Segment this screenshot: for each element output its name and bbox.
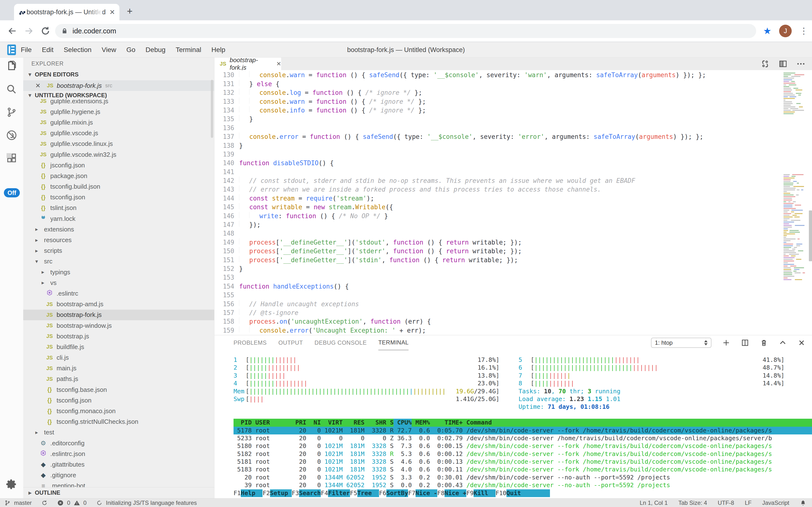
menu-item-file[interactable]: File xyxy=(21,46,32,54)
terminal-content[interactable]: 1[|||||||||||||17.8%]5[|||||||||||||||||… xyxy=(234,356,812,498)
tree-item-bootstrap-window.js[interactable]: JSbootstrap-window.js xyxy=(23,320,214,331)
tree-item-gulpfile.vscode.js[interactable]: JSgulpfile.vscode.js xyxy=(23,128,214,138)
tree-item-paths.js[interactable]: JSpaths.js xyxy=(23,374,214,384)
tree-item-.gitignore[interactable]: ◆.gitignore xyxy=(23,470,214,481)
tree-item-tsconfig.strictNullChecks.json[interactable]: {}tsconfig.strictNullChecks.json xyxy=(23,416,214,427)
tree-item-gulpfile.vscode.linux.js[interactable]: JSgulpfile.vscode.linux.js xyxy=(23,138,214,149)
code-line-158[interactable]: 158process.on('uncaughtException', funct… xyxy=(214,317,778,326)
code-line-144[interactable]: 144const stream = require('stream'); xyxy=(214,194,778,203)
code-line-135[interactable]: 135} xyxy=(214,115,778,123)
encoding[interactable]: UTF-8 xyxy=(718,500,734,506)
tree-item-tsconfig.base.json[interactable]: {}tsconfig.base.json xyxy=(23,384,214,395)
search-icon[interactable] xyxy=(6,83,17,95)
maximize-panel-icon[interactable] xyxy=(778,339,787,347)
open-editors-header[interactable]: ▾ OPEN EDITORS xyxy=(23,70,214,79)
extensions-icon[interactable] xyxy=(6,152,17,164)
code-line-136[interactable]: 136 xyxy=(214,124,778,132)
tree-item-package.json[interactable]: {}package.json xyxy=(23,171,214,181)
process-row-5183[interactable]: 5183root2001021M181M3328S4.00.60:00.11/d… xyxy=(234,466,812,473)
explorer-icon[interactable] xyxy=(6,60,17,72)
code-line-133[interactable]: 133console.warn = function () { /* ignor… xyxy=(214,97,778,106)
panel-tab-problems[interactable]: PROBLEMS xyxy=(234,335,267,350)
menu-item-selection[interactable]: Selection xyxy=(64,46,91,54)
avatar[interactable]: J xyxy=(779,25,792,37)
tree-item-test[interactable]: ▸test xyxy=(23,427,214,438)
menu-item-view[interactable]: View xyxy=(102,46,116,54)
tree-item-.editorconfig[interactable]: ⚙.editorconfig xyxy=(23,438,214,448)
new-terminal-icon[interactable] xyxy=(722,339,730,347)
tree-item-bootstrap-amd.js[interactable]: JSbootstrap-amd.js xyxy=(23,299,214,309)
branch-name[interactable]: master xyxy=(14,500,32,506)
eol[interactable]: LF xyxy=(745,500,752,506)
process-row-39[interactable]: 39root2001344M620521952S0.00.20:00.43/de… xyxy=(234,482,812,489)
code-editor[interactable]: 129console.log = function () { safeSend(… xyxy=(214,70,812,335)
tab-size[interactable]: Tab Size: 4 xyxy=(678,500,707,506)
terminal-select[interactable]: 1: htop xyxy=(651,338,711,348)
process-row-20[interactable]: 20root2001344M620521952S3.30.20:30.01/de… xyxy=(234,473,812,482)
split-terminal-icon[interactable] xyxy=(741,339,749,347)
outline-header[interactable]: ▸ OUTLINE xyxy=(23,487,214,498)
code-line-142[interactable]: 142// const stdout, stderr and stdin be … xyxy=(214,176,778,185)
tree-item-.eslintrc[interactable]: .eslintrc xyxy=(23,288,214,299)
code-line-154[interactable]: 154function handleExceptions() { xyxy=(214,282,778,291)
source-control-icon[interactable] xyxy=(6,106,17,118)
process-row-5180[interactable]: 5180root2001021M181M3328S7.30.60:00.15/d… xyxy=(234,442,812,450)
code-line-155[interactable]: 155 xyxy=(214,291,778,299)
tab-close-icon[interactable]: ✕ xyxy=(110,8,115,16)
code-line-137[interactable]: 137console.error = function () { safeSen… xyxy=(214,132,778,141)
code-line-139[interactable]: 139 xyxy=(214,150,778,159)
browser-menu-icon[interactable]: ⋮ xyxy=(799,26,808,36)
code-line-157[interactable]: 157// @ts-ignore xyxy=(214,308,778,317)
close-panel-icon[interactable] xyxy=(798,339,806,347)
language-mode[interactable]: JavaScript xyxy=(762,500,789,506)
process-table-header[interactable]: PIDUSERPRINIVIRTRESSHRSCPU%MEM%TIME+Comm… xyxy=(234,419,812,427)
tree-item-gulpfile.vscode.win32.js[interactable]: JSgulpfile.vscode.win32.js xyxy=(23,149,214,160)
browser-tab[interactable]: bootstrap-fork.js — Untitled (W ✕ xyxy=(14,4,119,20)
tree-item-tsconfig.build.json[interactable]: {}tsconfig.build.json xyxy=(23,181,214,192)
code-line-146[interactable]: 146write: function () { /* No OP */ } xyxy=(214,212,778,220)
errors-icon[interactable] xyxy=(57,500,64,506)
url-bar[interactable]: ide.coder.com xyxy=(55,24,756,38)
code-line-159[interactable]: 159console.error('Uncaught Exception: ' … xyxy=(214,326,778,335)
tree-item-gulpfile.hygiene.js[interactable]: JSgulpfile.hygiene.js xyxy=(23,106,214,117)
forward-icon[interactable] xyxy=(24,25,34,36)
tree-item-scripts[interactable]: ▸scripts xyxy=(23,245,214,256)
code-line-132[interactable]: 132console.log = function () { /* ignore… xyxy=(214,88,778,97)
tree-item-main.js[interactable]: JSmain.js xyxy=(23,363,214,374)
bell-icon[interactable] xyxy=(800,500,806,506)
code-line-149[interactable]: 149process['__defineGetter__']('stdout',… xyxy=(214,238,778,247)
open-changes-icon[interactable] xyxy=(760,59,770,69)
tree-item-buildfile.js[interactable]: JSbuildfile.js xyxy=(23,342,214,352)
code-line-134[interactable]: 134console.info = function () { /* ignor… xyxy=(214,106,778,115)
code-line-151[interactable]: 151process['__defineGetter__']('stdin', … xyxy=(214,256,778,264)
tree-item-yarn.lock[interactable]: yarn.lock xyxy=(23,213,214,224)
workspace-header[interactable]: ▾ UNTITLED (WORKSPACE) xyxy=(23,91,214,100)
tree-item-.eslintrc.json[interactable]: .eslintrc.json xyxy=(23,448,214,459)
tree-item-tslint.json[interactable]: {}tslint.json xyxy=(23,203,214,213)
process-row-5233[interactable]: 5233root200000Z36.30.00:02.79/dev/shm/bi… xyxy=(234,435,812,442)
cursor-position[interactable]: Ln 1, Col 1 xyxy=(640,500,668,506)
reload-icon[interactable] xyxy=(40,25,51,36)
code-line-131[interactable]: 131} else { xyxy=(214,79,778,88)
menu-item-edit[interactable]: Edit xyxy=(42,46,53,54)
code-line-153[interactable]: 153 xyxy=(214,273,778,282)
tree-item-gulpfile.extensions.js[interactable]: JSgulpfile.extensions.js xyxy=(23,99,214,106)
code-line-141[interactable]: 141 xyxy=(214,168,778,176)
sidebar-scrollbar[interactable] xyxy=(211,80,213,138)
sync-icon[interactable] xyxy=(41,500,48,506)
bookmark-star-icon[interactable]: ★ xyxy=(763,25,771,36)
tree-item-vs[interactable]: ▸vs xyxy=(23,277,214,288)
tree-item-.gitattributes[interactable]: ◆.gitattributes xyxy=(23,459,214,470)
new-tab-button[interactable]: + xyxy=(127,6,132,16)
kill-terminal-icon[interactable] xyxy=(760,339,768,347)
settings-gear-icon[interactable] xyxy=(6,478,17,490)
editor-scrollbar[interactable] xyxy=(809,211,812,261)
debug-disabled-icon[interactable] xyxy=(6,129,17,141)
tree-item-bootstrap.js[interactable]: JSbootstrap.js xyxy=(23,331,214,342)
tree-item-bootstrap-fork.js[interactable]: JSbootstrap-fork.js xyxy=(23,309,214,320)
tree-item-jsconfig.json[interactable]: {}jsconfig.json xyxy=(23,160,214,171)
tree-item-src[interactable]: ▾src xyxy=(23,256,214,267)
code-line-147[interactable]: 147}); xyxy=(214,220,778,229)
tree-item-tsconfig.monaco.json[interactable]: {}tsconfig.monaco.json xyxy=(23,406,214,416)
close-icon[interactable]: ✕ xyxy=(35,82,41,90)
